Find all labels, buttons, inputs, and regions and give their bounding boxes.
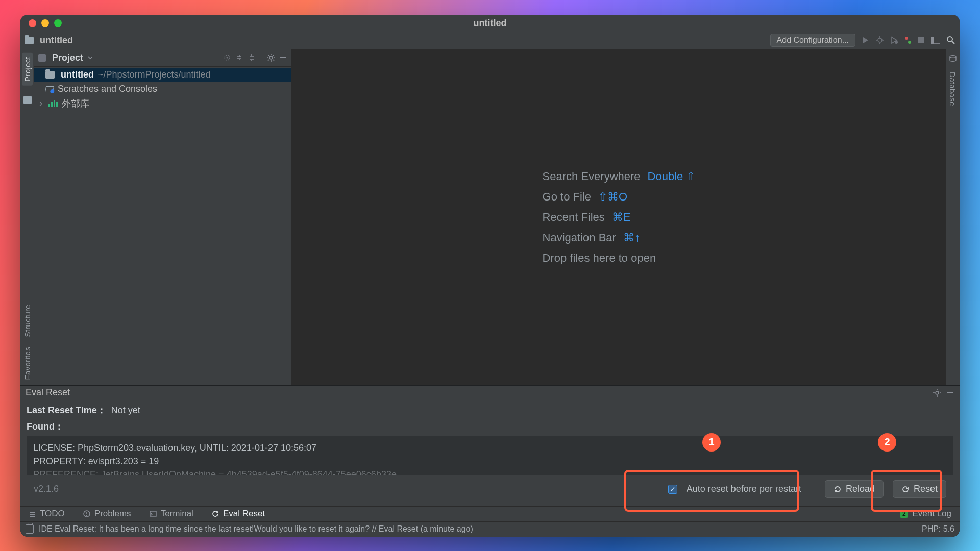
chevron-down-icon[interactable] <box>87 55 93 61</box>
reset-button-label: Reset <box>914 484 938 494</box>
svg-rect-34 <box>30 516 35 517</box>
layout-icon[interactable] <box>931 37 940 44</box>
debug-icon[interactable] <box>876 36 884 44</box>
gear-icon[interactable] <box>267 54 275 62</box>
stop-icon[interactable] <box>918 37 925 44</box>
hint-gotofile-label: Go to File <box>543 190 591 204</box>
svg-point-0 <box>878 38 882 42</box>
tool-terminal[interactable]: Terminal <box>146 508 197 520</box>
reload-button[interactable]: Reload <box>825 480 884 498</box>
tree-scratches-label: Scratches and Consoles <box>58 84 157 94</box>
svg-point-7 <box>908 41 911 44</box>
left-toolwindow-bar: Project Structure Favorites <box>20 49 34 385</box>
svg-point-6 <box>905 37 908 40</box>
panel-title: Eval Reset <box>26 387 70 398</box>
tool-terminal-label: Terminal <box>161 509 193 519</box>
tool-event-log[interactable]: 2Event Log <box>897 508 954 520</box>
hints: Search EverywhereDouble ⇧ Go to File⇧⌘O … <box>543 163 696 272</box>
svg-rect-38 <box>150 511 156 516</box>
hint-navbar-label: Navigation Bar <box>543 231 616 244</box>
search-icon[interactable] <box>946 36 955 45</box>
tree-ext-libs-label: 外部库 <box>62 97 89 110</box>
panel-header: Eval Reset <box>20 386 960 400</box>
tab-favorites[interactable]: Favorites <box>23 347 32 380</box>
found-line: PROPERTY: evlsprt3.203 = 19 <box>33 455 947 468</box>
collapse-all-icon[interactable] <box>248 54 256 62</box>
tool-event-log-label: Event Log <box>912 509 951 519</box>
add-configuration-button[interactable]: Add Configuration... <box>770 34 855 47</box>
tool-problems[interactable]: Problems <box>80 508 134 520</box>
navbar: untitled Add Configuration... <box>20 32 960 49</box>
project-tree[interactable]: untitled ~/PhpstormProjects/untitled Scr… <box>34 67 291 385</box>
svg-point-14 <box>227 57 228 59</box>
bottom-panel: Eval Reset Last Reset Time： Not yet Foun… <box>20 385 960 506</box>
svg-rect-24 <box>280 57 286 58</box>
svg-rect-31 <box>947 392 953 393</box>
hide-panel-icon[interactable] <box>946 389 954 397</box>
svg-line-20 <box>268 55 269 56</box>
found-line: PREFERENCE: JetBrains.UserIdOnMachine = … <box>33 468 947 475</box>
statusbar: IDE Eval Reset: It has been a long time … <box>20 521 960 537</box>
status-php-version[interactable]: PHP: 5.6 <box>922 524 954 534</box>
breadcrumb-root[interactable]: untitled <box>40 35 73 46</box>
chevron-right-icon[interactable]: › <box>39 98 44 109</box>
status-message: IDE Eval Reset: It has been a long time … <box>39 524 473 534</box>
tree-root[interactable]: untitled ~/PhpstormProjects/untitled <box>34 68 291 82</box>
auto-reset-label[interactable]: Auto reset before per restart <box>687 484 801 494</box>
breakpoints-icon[interactable] <box>904 36 912 44</box>
svg-line-21 <box>273 60 274 61</box>
event-log-badge: 2 <box>900 510 908 518</box>
svg-line-22 <box>268 60 269 61</box>
auto-reset-checkbox[interactable]: ✓ <box>668 485 677 494</box>
svg-point-15 <box>270 56 273 59</box>
panel-version: v2.1.6 <box>34 484 59 494</box>
panel-body: Last Reset Time： Not yet Found： LICENSE:… <box>20 400 960 506</box>
editor-empty-state[interactable]: Search EverywhereDouble ⇧ Go to File⇧⌘O … <box>292 49 946 385</box>
folder-icon <box>45 71 55 79</box>
hint-search-label: Search Everywhere <box>543 170 641 183</box>
library-icon <box>48 100 58 107</box>
tool-problems-label: Problems <box>94 509 131 519</box>
svg-rect-33 <box>30 514 35 515</box>
right-toolwindow-bar: Database <box>946 49 960 385</box>
hide-panel-icon[interactable] <box>279 54 287 62</box>
folder-icon <box>24 37 34 44</box>
svg-point-25 <box>950 55 956 57</box>
tool-eval-reset[interactable]: Eval Reset <box>209 508 268 520</box>
locate-icon[interactable] <box>223 54 231 62</box>
commit-icon[interactable] <box>23 96 32 104</box>
tool-eval-reset-label: Eval Reset <box>223 509 265 519</box>
tool-todo-label: TODO <box>40 509 65 519</box>
reload-button-label: Reload <box>846 484 875 494</box>
run-icon[interactable] <box>862 36 870 44</box>
svg-rect-32 <box>30 512 35 513</box>
scratches-icon <box>45 86 54 92</box>
hint-recent-label: Recent Files <box>543 211 605 224</box>
last-reset-label: Last Reset Time： <box>27 405 106 415</box>
svg-point-37 <box>86 515 87 516</box>
tool-todo[interactable]: TODO <box>26 508 68 520</box>
hint-gotofile-key: ⇧⌘O <box>598 190 627 204</box>
gear-icon[interactable] <box>933 389 941 397</box>
svg-rect-8 <box>918 37 924 43</box>
found-line: LICENSE: PhpStorm203.evaluation.key, UNT… <box>33 441 947 455</box>
reset-button[interactable]: Reset <box>893 480 946 498</box>
coverage-icon[interactable] <box>890 36 898 44</box>
tab-structure[interactable]: Structure <box>23 305 32 337</box>
last-reset-value: Not yet <box>111 405 140 415</box>
clipboard-icon[interactable] <box>26 524 34 534</box>
svg-point-26 <box>936 391 939 394</box>
svg-rect-10 <box>931 37 934 44</box>
database-icon[interactable] <box>949 55 957 63</box>
tab-database[interactable]: Database <box>948 72 957 106</box>
tree-scratches[interactable]: Scratches and Consoles <box>34 82 291 96</box>
tab-project[interactable]: Project <box>22 53 33 86</box>
found-label: Found： <box>27 421 64 432</box>
tree-ext-libs[interactable]: › 外部库 <box>34 96 291 111</box>
hint-drop-label: Drop files here to open <box>543 252 656 265</box>
expand-all-icon[interactable] <box>235 54 243 62</box>
project-pane-header: Project <box>34 49 291 67</box>
found-list[interactable]: LICENSE: PhpStorm203.evaluation.key, UNT… <box>27 436 953 475</box>
project-pane-title[interactable]: Project <box>52 53 83 63</box>
titlebar: untitled <box>20 15 960 32</box>
